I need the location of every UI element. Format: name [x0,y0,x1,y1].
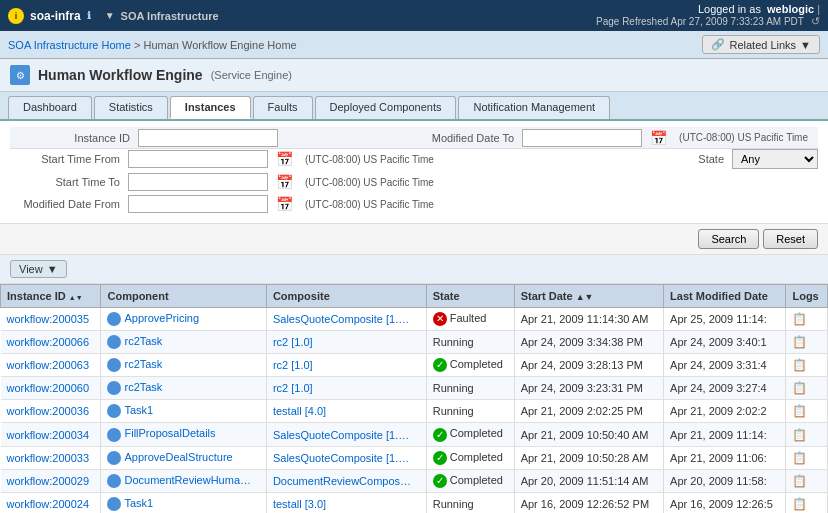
col-instance-id[interactable]: Instance ID ▲▼ [1,285,101,308]
composite-link[interactable]: testall [4.0] [273,405,326,417]
cell-component: ApprovePricing [101,308,266,331]
composite-link[interactable]: testall [3.0] [273,498,326,510]
instance-id-link[interactable]: workflow:200036 [7,405,90,417]
breadcrumb: SOA Infrastructure Home > Human Workflow… [8,39,297,51]
component-link[interactable]: rc2Task [124,335,162,347]
tab-faults[interactable]: Faults [253,96,313,119]
last-modified-text: Apr 24, 2009 3:27:4 [670,382,767,394]
start-time-from-calendar-icon[interactable]: 📅 [276,151,293,167]
state-select[interactable]: Any Running Completed Faulted Stale Susp… [732,149,818,169]
instance-id-link[interactable]: workflow:200033 [7,452,90,464]
composite-link[interactable]: SalesQuoteComposite [1.… [273,429,409,441]
composite-link[interactable]: DocumentReviewCompos… [273,475,411,487]
state-text: Running [433,336,474,348]
modified-date-to-timezone: (UTC-08:00) US Pacific Time [679,132,808,143]
info-icon[interactable]: ℹ [87,10,91,21]
related-links-label: Related Links [729,39,796,51]
search-button[interactable]: Search [698,229,759,249]
log-icon[interactable]: 📋 [792,474,807,488]
col-logs[interactable]: Logs [786,285,828,308]
col-start-date[interactable]: Start Date ▲▼ [514,285,663,308]
start-date-text: Apr 24, 2009 3:23:31 PM [521,382,643,394]
modified-date-to-input[interactable] [522,129,642,147]
reset-button[interactable]: Reset [763,229,818,249]
status-icon-completed: ✓ [433,428,447,442]
cell-instance-id: workflow:200035 [1,308,101,331]
instance-id-link[interactable]: workflow:200029 [7,475,90,487]
col-composite[interactable]: Composite [266,285,426,308]
tab-deployed-components[interactable]: Deployed Components [315,96,457,119]
cell-state: ✕Faulted [426,308,514,331]
instance-id-link[interactable]: workflow:200060 [7,382,90,394]
filter-start-time-to-row: Start Time To 📅 (UTC-08:00) US Pacific T… [10,173,818,191]
app-subtitle[interactable]: SOA Infrastructure [121,10,219,22]
cell-instance-id: workflow:200029 [1,469,101,492]
composite-link[interactable]: SalesQuoteComposite [1.… [273,313,409,325]
instance-id-link[interactable]: workflow:200034 [7,429,90,441]
cell-state: ✓Completed [426,446,514,469]
log-icon[interactable]: 📋 [792,497,807,511]
cell-state: Running [426,331,514,354]
related-links-button[interactable]: 🔗 Related Links ▼ [702,35,820,54]
tab-instances[interactable]: Instances [170,96,251,119]
col-state[interactable]: State [426,285,514,308]
col-component[interactable]: Component [101,285,266,308]
log-icon[interactable]: 📋 [792,358,807,372]
composite-link[interactable]: rc2 [1.0] [273,359,313,371]
status-icon-completed: ✓ [433,451,447,465]
component-link[interactable]: DocumentReviewHuma… [124,474,251,486]
component-link[interactable]: rc2Task [124,358,162,370]
instance-id-link[interactable]: workflow:200066 [7,336,90,348]
tab-dashboard[interactable]: Dashboard [8,96,92,119]
modified-date-from-calendar-icon[interactable]: 📅 [276,196,293,212]
composite-link[interactable]: rc2 [1.0] [273,336,313,348]
modified-date-from-input[interactable] [128,195,268,213]
log-icon[interactable]: 📋 [792,428,807,442]
log-icon[interactable]: 📋 [792,381,807,395]
refresh-icon[interactable]: ↺ [811,15,820,27]
component-link[interactable]: ApproveDealStructure [124,451,232,463]
tab-notification-management[interactable]: Notification Management [458,96,610,119]
log-icon[interactable]: 📋 [792,335,807,349]
log-icon[interactable]: 📋 [792,451,807,465]
tab-statistics[interactable]: Statistics [94,96,168,119]
component-icon [107,428,121,442]
cell-instance-id: workflow:200060 [1,377,101,400]
composite-link[interactable]: SalesQuoteComposite [1.… [273,452,409,464]
view-button[interactable]: View ▼ [10,260,67,278]
instance-id-link[interactable]: workflow:200024 [7,498,90,510]
cell-start-date: Apr 20, 2009 11:51:14 AM [514,469,663,492]
modified-date-to-calendar-icon[interactable]: 📅 [650,130,667,146]
start-time-to-calendar-icon[interactable]: 📅 [276,174,293,190]
component-icon [107,381,121,395]
start-time-from-input[interactable] [128,150,268,168]
component-link[interactable]: Task1 [124,497,153,509]
component-link[interactable]: FillProposalDetails [124,427,215,439]
table-row: workflow:200036 Task1 testall [4.0] Runn… [1,400,828,423]
component-link[interactable]: rc2Task [124,381,162,393]
cell-start-date: Apr 21, 2009 11:14:30 AM [514,308,663,331]
cell-last-modified: Apr 24, 2009 3:40:1 [664,331,786,354]
cell-component: rc2Task [101,331,266,354]
component-link[interactable]: Task1 [124,404,153,416]
instance-id-link[interactable]: workflow:200035 [7,313,90,325]
instance-id-input[interactable] [138,129,278,147]
cell-logs: 📋 [786,492,828,513]
sort-icon-instance-id: ▲▼ [69,294,83,301]
cell-last-modified: Apr 21, 2009 11:06: [664,446,786,469]
log-icon[interactable]: 📋 [792,404,807,418]
start-time-from-timezone: (UTC-08:00) US Pacific Time [305,154,434,165]
table-row: workflow:200029 DocumentReviewHuma… Docu… [1,469,828,492]
start-date-text: Apr 21, 2009 2:02:25 PM [521,405,643,417]
instance-id-link[interactable]: workflow:200063 [7,359,90,371]
cell-last-modified: Apr 21, 2009 11:14: [664,423,786,446]
start-time-to-input[interactable] [128,173,268,191]
start-date-text: Apr 16, 2009 12:26:52 PM [521,498,649,510]
component-icon [107,312,121,326]
component-link[interactable]: ApprovePricing [124,312,199,324]
breadcrumb-home[interactable]: SOA Infrastructure Home [8,39,131,51]
col-last-modified[interactable]: Last Modified Date [664,285,786,308]
composite-link[interactable]: rc2 [1.0] [273,382,313,394]
log-icon[interactable]: 📋 [792,312,807,326]
cell-state: ✓Completed [426,423,514,446]
